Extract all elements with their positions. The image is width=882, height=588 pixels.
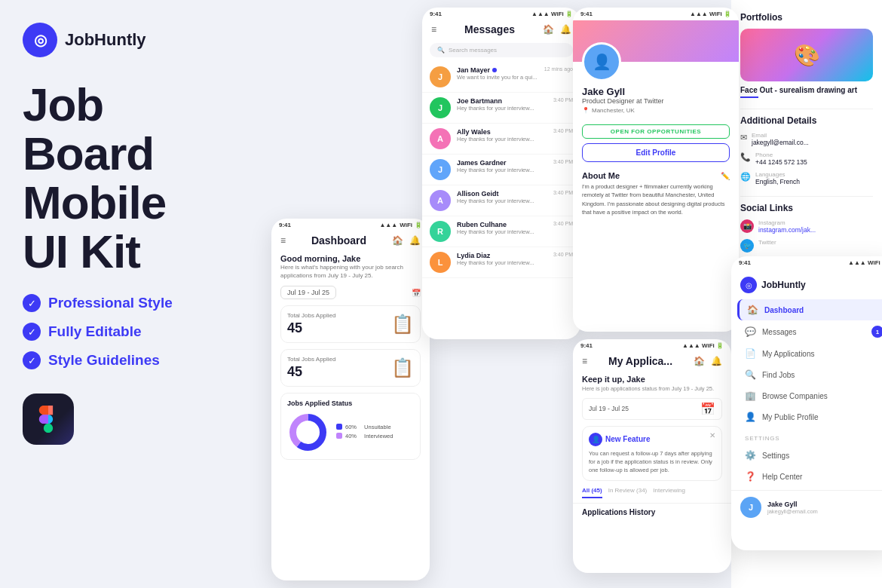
- phone-dashboard: 9:41 ▲▲▲ WiFi 🔋 ≡ Dashboard 🏠 🔔 Good mor…: [271, 219, 430, 580]
- profile-cover: 👤: [573, 20, 739, 62]
- dashboard-nav: ≡ Dashboard 🏠 🔔: [271, 231, 430, 251]
- msg-avatar-1: J: [430, 97, 451, 118]
- home-icon: 🏠: [392, 235, 403, 246]
- sidebar-item-find-jobs[interactable]: 🔍 Find Jobs: [737, 364, 882, 385]
- donut-chart-svg: [287, 412, 329, 453]
- find-jobs-nav-icon: 🔍: [745, 369, 756, 380]
- phone-applications: 9:41 ▲▲▲ WiFi 🔋 ≡ My Applica... 🏠 🔔 Keep…: [573, 339, 731, 573]
- phone-sidebar: 9:41 ▲▲▲ WiFi 🔋 ◎ JobHuntly 🏠 Dashboard …: [731, 256, 882, 550]
- messages-bell-icon: 🔔: [560, 24, 571, 35]
- feature-text-3: Style Guidelines: [48, 352, 160, 369]
- msg-item-4[interactable]: A Allison Geidt Hey thanks for your inte…: [422, 185, 580, 216]
- headline-text: Job Board Mobile UI Kit: [23, 80, 226, 276]
- new-feature-card: ✕ 👤 New Feature You can request a follow…: [582, 426, 722, 482]
- msg-item-1[interactable]: J Joe Bartmann Hey thanks for your inter…: [422, 93, 580, 124]
- app-sub: Here is job applications status from Jul…: [573, 385, 731, 398]
- msg-avatar-0: J: [430, 66, 451, 87]
- app-greeting: Keep it up, Jake: [573, 372, 731, 385]
- logo-icon: ◎: [23, 23, 57, 57]
- sidebar-item-profile[interactable]: 👤 My Public Profile: [737, 406, 882, 427]
- sidebar-item-settings[interactable]: ⚙️ Settings: [737, 445, 882, 466]
- tab-in-review[interactable]: In Review (34): [608, 487, 648, 498]
- phone-profile: 9:41 ▲▲▲ WiFi 🔋 👤 Jake Gyll Product Desi…: [573, 8, 739, 332]
- applications-nav: ≡ My Applica... 🏠 🔔: [573, 352, 731, 372]
- applications-nav-icon: 📄: [745, 348, 756, 359]
- check-icon-1: ✓: [23, 294, 41, 312]
- msg-avatar-4: A: [430, 190, 451, 211]
- tab-all[interactable]: All (45): [582, 487, 602, 498]
- dashboard-nav-icon: 🏠: [747, 305, 758, 315]
- msg-avatar-6: L: [430, 252, 451, 273]
- feature-text-2: Fully Editable: [48, 323, 142, 340]
- msg-item-5[interactable]: R Ruben Culhane Hey thanks for your inte…: [422, 216, 580, 247]
- messages-search[interactable]: 🔍 Search messages: [430, 43, 573, 57]
- help-nav-icon: ❓: [745, 471, 756, 482]
- sidebar-item-messages[interactable]: 💬 Messages 1: [737, 320, 882, 343]
- location-pin-icon: 📍: [582, 107, 590, 114]
- sidebar-nav: 🏠 Dashboard 💬 Messages 1 📄 My Applicatio…: [731, 299, 882, 427]
- feature-item-2: ✓ Fully Editable: [23, 323, 226, 341]
- msg-item-6[interactable]: L Lydia Diaz Hey thanks for your intervi…: [422, 247, 580, 278]
- companies-nav-icon: 🏢: [745, 390, 756, 401]
- app-date-range: Jul 19 - Jul 25 📅: [582, 398, 722, 420]
- settings-nav: ⚙️ Settings ❓ Help Center: [731, 445, 882, 487]
- app-history-title: Applications History: [573, 504, 731, 519]
- msg-item-3[interactable]: J James Gardner Hey thanks for your inte…: [422, 155, 580, 185]
- open-opportunities-badge: OPEN FOR OPPORTUNITIES: [582, 124, 730, 139]
- edit-icon[interactable]: ✏️: [721, 172, 730, 180]
- figma-logo-svg: [35, 406, 62, 433]
- headline: Job Board Mobile UI Kit: [23, 80, 226, 276]
- bell-icon: 🔔: [409, 235, 421, 246]
- dashboard-status-bar: 9:41 ▲▲▲ WiFi 🔋: [271, 219, 430, 231]
- document-icon-1: 📋: [391, 314, 414, 335]
- msg-avatar-2: A: [430, 128, 451, 149]
- nf-avatar: 👤: [589, 433, 602, 446]
- sidebar-item-companies[interactable]: 🏢 Browse Companies: [737, 385, 882, 406]
- figma-badge: [23, 394, 74, 445]
- tab-interviewing[interactable]: Interviewing: [653, 487, 685, 498]
- logo-area: ◎ JobHuntly: [23, 23, 226, 57]
- dashboard-greeting: Good morning, Jake Here is what's happen…: [271, 251, 430, 286]
- about-section: About Me ✏️ I'm a product designer + fil…: [573, 167, 739, 221]
- msg-item-2[interactable]: A Ally Wales Hey thanks for your intervi…: [422, 124, 580, 155]
- profile-nav-icon: 👤: [745, 412, 756, 422]
- feature-item-1: ✓ Professional Style: [23, 294, 226, 312]
- stats-card-1: Total Jobs Applied 45 📋: [280, 305, 421, 343]
- messages-nav: ≡ Messages 🏠 🔔: [422, 20, 580, 40]
- left-section: ◎ JobHuntly Job Board Mobile UI Kit ✓ Pr…: [0, 0, 249, 588]
- settings-section-title: SETTINGS: [731, 427, 882, 445]
- search-icon: 🔍: [437, 47, 445, 54]
- check-icon-3: ✓: [23, 351, 41, 369]
- close-button[interactable]: ✕: [709, 431, 715, 439]
- sidebar-item-help[interactable]: ❓ Help Center: [737, 466, 882, 487]
- msg-avatar-3: J: [430, 159, 451, 180]
- applications-status-bar: 9:41 ▲▲▲ WiFi 🔋: [573, 339, 731, 352]
- check-icon-2: ✓: [23, 323, 41, 341]
- app-bell-icon: 🔔: [711, 356, 722, 366]
- sidebar-item-applications[interactable]: 📄 My Applications: [737, 343, 882, 364]
- profile-status-bar: 9:41 ▲▲▲ WiFi 🔋: [573, 8, 739, 20]
- phone-messages: 9:41 ▲▲▲ WiFi 🔋 ≡ Messages 🏠 🔔 🔍 Search …: [422, 8, 580, 339]
- sidebar-item-dashboard[interactable]: 🏠 Dashboard: [737, 299, 882, 320]
- sidebar-status-bar: 9:41 ▲▲▲ WiFi 🔋: [731, 256, 882, 269]
- feature-text-1: Professional Style: [48, 295, 173, 311]
- edit-profile-button[interactable]: Edit Profile: [582, 143, 730, 162]
- settings-nav-icon: ⚙️: [745, 450, 756, 461]
- feature-list: ✓ Professional Style ✓ Fully Editable ✓ …: [23, 294, 226, 369]
- sidebar-user-avatar: J: [740, 497, 761, 518]
- brand-name: JobHuntly: [65, 30, 146, 50]
- document-icon-2: 📋: [391, 357, 414, 378]
- profile-avatar: 👤: [582, 42, 621, 81]
- msg-item-0[interactable]: J Jan Mayer We want to invite you for a …: [422, 62, 580, 93]
- app-home-icon: 🏠: [694, 356, 705, 366]
- msg-avatar-5: R: [430, 221, 451, 242]
- feature-item-3: ✓ Style Guidelines: [23, 351, 226, 369]
- dashboard-date-range: Jul 19 - Jul 25 📅: [271, 286, 430, 305]
- sidebar-logo-icon: ◎: [740, 277, 757, 293]
- sidebar-user-row: J Jake Gyll jakegyll@email.com: [731, 490, 882, 524]
- donut-section: Jobs Applied Status 60% Unsuitable 40% I…: [280, 393, 421, 460]
- calendar-icon: 📅: [412, 289, 421, 297]
- stats-card-2: Total Jobs Applied 45 📋: [280, 349, 421, 387]
- messages-home-icon: 🏠: [543, 24, 554, 35]
- messages-badge: 1: [871, 326, 882, 338]
